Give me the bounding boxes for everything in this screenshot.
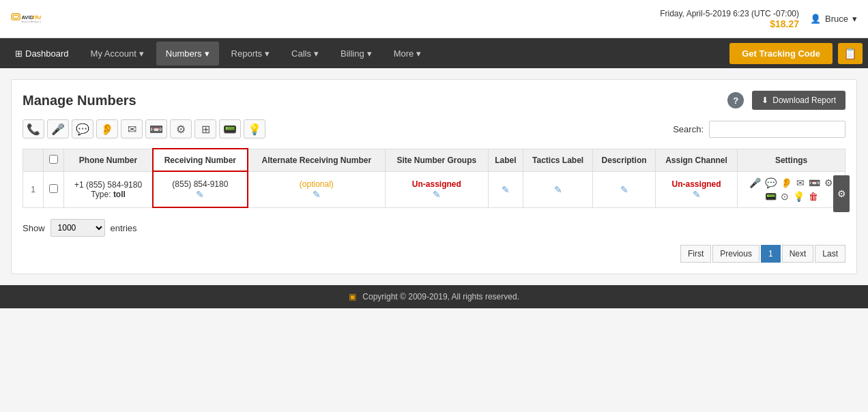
- toolbar-grid-icon[interactable]: ⊞: [194, 119, 216, 138]
- settings-voicemail-icon[interactable]: 📼: [809, 177, 820, 188]
- table-row: 1 +1 (855) 584-9180 Type: toll (855) 854…: [23, 171, 845, 207]
- nav-reports-label: Reports: [231, 48, 263, 59]
- calls-dropdown-icon: ▾: [314, 48, 319, 59]
- numbers-dropdown-icon: ▾: [205, 48, 209, 59]
- dashboard-icon: ⊞: [15, 48, 23, 59]
- settings-row-1: 🎤 💬 👂 ✉ 📼 ⚙: [749, 177, 833, 188]
- phone-number: +1 (855) 584-9180: [68, 180, 148, 190]
- toolbar-ear-icon[interactable]: 👂: [96, 119, 118, 138]
- top-bar: AVID TRAK Acquire | Analyze | Act Friday…: [0, 0, 868, 38]
- nav-reports[interactable]: Reports ▾: [222, 42, 280, 65]
- username-label: Bruce: [825, 14, 848, 24]
- description-edit-icon[interactable]: ✎: [620, 184, 628, 195]
- th-tactics-label: Tactics Label: [523, 149, 593, 171]
- download-report-button[interactable]: ⬇ Download Report: [752, 91, 845, 110]
- toolbar-calltracking-icon[interactable]: 📞: [23, 119, 44, 138]
- toolbar-chat-icon[interactable]: 💬: [72, 119, 93, 138]
- label-edit-icon[interactable]: ✎: [502, 184, 510, 195]
- toolbar-bulb-icon[interactable]: 💡: [244, 119, 265, 138]
- content-header: Manage Numbers ? ⬇ Download Report: [23, 91, 845, 110]
- footer-icon: ▣: [349, 292, 356, 301]
- site-groups-edit-icon[interactable]: ✎: [433, 189, 441, 200]
- nav-dashboard-label: Dashboard: [25, 48, 69, 59]
- more-dropdown-icon: ▾: [416, 48, 421, 59]
- icon-toolbar: 📞 🎤 💬 👂 ✉ 📼 ⚙ ⊞ 📟 💡: [23, 119, 265, 138]
- footer: ▣ Copyright © 2009-2019, All rights rese…: [0, 285, 868, 308]
- phone-type: Type: toll: [68, 190, 148, 199]
- top-right-section: Friday, April-5-2019 6:23 (UTC -07:00) $…: [660, 9, 857, 29]
- pagination-next[interactable]: Next: [782, 245, 814, 263]
- assign-channel-cell: Un-assigned ✎: [655, 171, 737, 207]
- settings-chat-icon[interactable]: 💬: [765, 177, 777, 188]
- nav-calls[interactable]: Calls ▾: [282, 42, 328, 65]
- billing-dropdown-icon: ▾: [367, 48, 372, 59]
- phone-number-cell: +1 (855) 584-9180 Type: toll: [64, 171, 154, 207]
- pagination-last[interactable]: Last: [815, 245, 845, 263]
- row-checkbox[interactable]: [49, 184, 58, 193]
- tactics-edit-icon[interactable]: ✎: [554, 184, 562, 195]
- search-area: Search:: [673, 121, 845, 138]
- toolbar-mic-icon[interactable]: 🎤: [47, 119, 69, 138]
- th-assign-channel: Assign Channel: [655, 149, 737, 171]
- main-content: Manage Numbers ? ⬇ Download Report 📞 🎤 💬…: [11, 79, 857, 274]
- nav-myaccount-label: My Account: [91, 48, 136, 59]
- th-phone-number: Phone Number: [64, 149, 154, 171]
- alt-receiving-optional: (optional): [252, 179, 381, 189]
- datetime-display: Friday, April-5-2019 6:23 (UTC -07:00) $…: [660, 9, 799, 29]
- pagination-first[interactable]: First: [680, 245, 711, 263]
- settings-gear-icon[interactable]: ⚙: [824, 177, 833, 188]
- nav-bar: ⊞ Dashboard My Account ▾ Numbers ▾ Repor…: [0, 38, 868, 68]
- toolbar-settings-icon[interactable]: ⚙: [170, 119, 192, 138]
- nav-more[interactable]: More ▾: [384, 42, 431, 65]
- search-label: Search:: [673, 124, 704, 134]
- numbers-table-wrapper: Phone Number Receiving Number Alternate …: [23, 148, 845, 208]
- th-row-num: [23, 149, 44, 171]
- nav-calls-label: Calls: [291, 48, 311, 59]
- nav-dashboard[interactable]: ⊞ Dashboard: [5, 42, 78, 65]
- settings-icons: 🎤 💬 👂 ✉ 📼 ⚙ 📟 ⊙ 💡 🗑: [742, 177, 841, 202]
- toolbar-callerid-icon[interactable]: 📟: [219, 119, 241, 138]
- show-label: Show: [23, 223, 45, 233]
- receiving-number-cell: (855) 854-9180 ✎: [153, 171, 247, 207]
- alt-receiving-edit-icon[interactable]: ✎: [313, 189, 321, 200]
- header-actions: ? ⬇ Download Report: [727, 91, 845, 110]
- nav-numbers[interactable]: Numbers ▾: [156, 42, 219, 65]
- select-all-checkbox[interactable]: [49, 155, 58, 164]
- pagination-current[interactable]: 1: [761, 245, 781, 263]
- row-number: 1: [23, 171, 44, 207]
- settings-ear-icon[interactable]: 👂: [781, 177, 792, 188]
- show-entries: Show 1000 10 25 50 100 250 500 entries: [23, 219, 845, 237]
- settings-account-icon[interactable]: ⊙: [781, 191, 789, 202]
- user-menu[interactable]: 👤 Bruce ▾: [810, 14, 857, 24]
- assign-channel-edit-icon[interactable]: ✎: [693, 189, 701, 200]
- nav-orange-icon: 📋: [843, 48, 857, 59]
- settings-delete-icon[interactable]: 🗑: [809, 191, 818, 202]
- svg-text:Acquire | Analyze | Act: Acquire | Analyze | Act: [21, 20, 41, 23]
- nav-items: ⊞ Dashboard My Account ▾ Numbers ▾ Repor…: [5, 42, 431, 65]
- search-input[interactable]: [709, 121, 845, 138]
- table-side-gear[interactable]: ⚙: [833, 175, 850, 212]
- tactics-label-cell: ✎: [523, 171, 593, 207]
- th-receiving-number: Receiving Number: [153, 149, 247, 171]
- footer-copyright: Copyright © 2009-2019, All rights reserv…: [362, 292, 519, 301]
- myaccount-dropdown-icon: ▾: [139, 48, 144, 59]
- th-description: Description: [593, 149, 656, 171]
- settings-callerid-icon[interactable]: 📟: [765, 191, 777, 202]
- svg-text:TRAK: TRAK: [32, 14, 41, 20]
- settings-email-icon[interactable]: ✉: [796, 177, 805, 188]
- help-button[interactable]: ?: [727, 92, 744, 108]
- nav-icon-button[interactable]: 📋: [838, 43, 863, 64]
- nav-myaccount[interactable]: My Account ▾: [81, 42, 154, 65]
- nav-more-label: More: [394, 48, 414, 59]
- receiving-edit-icon[interactable]: ✎: [196, 189, 204, 200]
- th-alt-receiving: Alternate Receiving Number: [248, 149, 386, 171]
- entries-select[interactable]: 1000 10 25 50 100 250 500: [50, 219, 105, 237]
- nav-billing[interactable]: Billing ▾: [331, 42, 381, 65]
- toolbar-email-icon[interactable]: ✉: [121, 119, 143, 138]
- pagination-previous[interactable]: Previous: [712, 245, 760, 263]
- settings-mic-icon[interactable]: 🎤: [749, 177, 761, 188]
- download-label: Download Report: [772, 95, 836, 105]
- settings-bulb-icon[interactable]: 💡: [793, 191, 805, 202]
- get-tracking-button[interactable]: Get Tracking Code: [729, 43, 833, 64]
- toolbar-voicemail-icon[interactable]: 📼: [145, 119, 167, 138]
